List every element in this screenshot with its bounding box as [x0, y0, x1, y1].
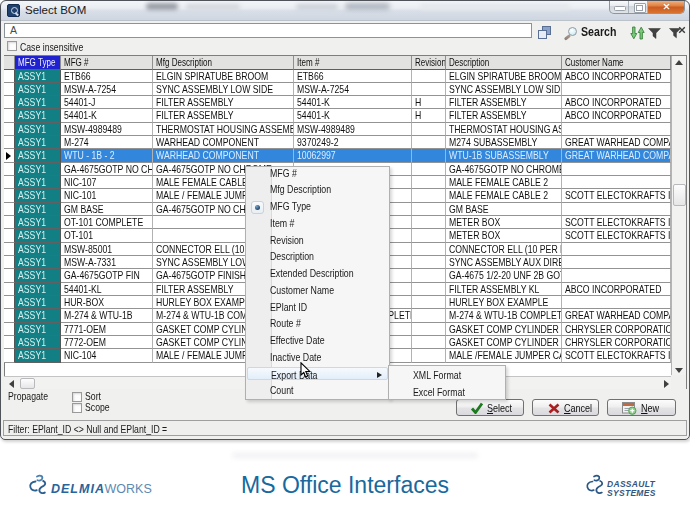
svg-text:SYSTEMES: SYSTEMES [607, 488, 656, 498]
svg-text:WORKS: WORKS [105, 482, 152, 496]
svg-text:DELMIA: DELMIA [51, 482, 105, 496]
